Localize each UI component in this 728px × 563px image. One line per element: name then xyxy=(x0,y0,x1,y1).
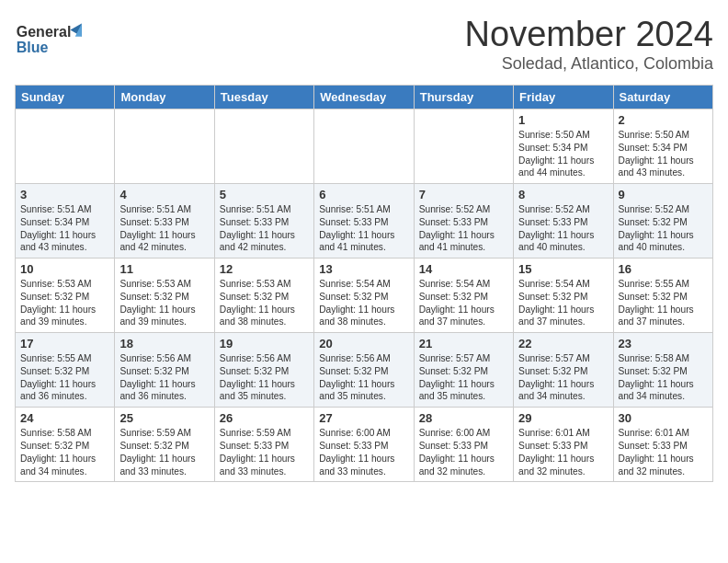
calendar-cell: 10Sunrise: 5:53 AM Sunset: 5:32 PM Dayli… xyxy=(16,259,115,333)
calendar-cell: 18Sunrise: 5:56 AM Sunset: 5:32 PM Dayli… xyxy=(115,333,214,408)
calendar-cell: 7Sunrise: 5:52 AM Sunset: 5:33 PM Daylig… xyxy=(414,184,513,259)
day-number: 15 xyxy=(518,262,608,276)
calendar-cell: 23Sunrise: 5:58 AM Sunset: 5:32 PM Dayli… xyxy=(613,333,712,408)
day-number: 9 xyxy=(619,188,708,201)
logo: General Blue xyxy=(15,15,88,61)
day-number: 2 xyxy=(619,113,708,127)
svg-text:General: General xyxy=(17,24,72,40)
cell-text: Sunrise: 5:55 AM Sunset: 5:32 PM Dayligh… xyxy=(619,278,708,328)
day-number: 24 xyxy=(20,411,109,425)
cell-text: Sunrise: 5:51 AM Sunset: 5:33 PM Dayligh… xyxy=(119,203,209,254)
day-number: 26 xyxy=(220,411,309,425)
cell-text: Sunrise: 5:50 AM Sunset: 5:34 PM Dayligh… xyxy=(619,129,708,179)
cell-text: Sunrise: 5:52 AM Sunset: 5:33 PM Dayligh… xyxy=(518,203,608,254)
weekday-header-thursday: Thursday xyxy=(414,86,513,109)
cell-text: Sunrise: 5:56 AM Sunset: 5:32 PM Dayligh… xyxy=(220,352,309,403)
cell-text: Sunrise: 5:52 AM Sunset: 5:33 PM Dayligh… xyxy=(419,203,508,254)
day-number: 4 xyxy=(119,188,209,201)
cell-text: Sunrise: 5:54 AM Sunset: 5:32 PM Dayligh… xyxy=(419,278,508,328)
calendar-cell: 5Sunrise: 5:51 AM Sunset: 5:33 PM Daylig… xyxy=(214,184,313,259)
day-number: 6 xyxy=(319,188,408,201)
weekday-header-saturday: Saturday xyxy=(613,86,712,109)
day-number: 7 xyxy=(419,188,508,201)
cell-text: Sunrise: 5:53 AM Sunset: 5:32 PM Dayligh… xyxy=(119,278,209,328)
day-number: 21 xyxy=(419,337,508,350)
weekday-header-monday: Monday xyxy=(115,86,214,109)
cell-text: Sunrise: 5:53 AM Sunset: 5:32 PM Dayligh… xyxy=(220,278,309,328)
cell-text: Sunrise: 5:50 AM Sunset: 5:34 PM Dayligh… xyxy=(518,129,608,179)
calendar-table: SundayMondayTuesdayWednesdayThursdayFrid… xyxy=(15,85,713,482)
day-number: 13 xyxy=(319,262,408,276)
day-number: 16 xyxy=(619,262,708,276)
cell-text: Sunrise: 5:51 AM Sunset: 5:33 PM Dayligh… xyxy=(220,203,309,254)
logo-svg: General Blue xyxy=(15,15,88,61)
calendar-cell: 28Sunrise: 6:00 AM Sunset: 5:33 PM Dayli… xyxy=(414,408,513,482)
calendar-cell: 21Sunrise: 5:57 AM Sunset: 5:32 PM Dayli… xyxy=(414,333,513,408)
cell-text: Sunrise: 5:59 AM Sunset: 5:32 PM Dayligh… xyxy=(119,427,209,477)
calendar-cell: 4Sunrise: 5:51 AM Sunset: 5:33 PM Daylig… xyxy=(115,184,214,259)
calendar-cell: 30Sunrise: 6:01 AM Sunset: 5:33 PM Dayli… xyxy=(613,408,712,482)
cell-text: Sunrise: 6:00 AM Sunset: 5:33 PM Dayligh… xyxy=(319,427,408,477)
calendar-cell xyxy=(314,109,414,184)
calendar-cell: 20Sunrise: 5:56 AM Sunset: 5:32 PM Dayli… xyxy=(314,333,414,408)
calendar-cell xyxy=(414,109,513,184)
calendar-cell: 13Sunrise: 5:54 AM Sunset: 5:32 PM Dayli… xyxy=(314,259,414,333)
cell-text: Sunrise: 6:00 AM Sunset: 5:33 PM Dayligh… xyxy=(419,427,508,477)
calendar-cell: 3Sunrise: 5:51 AM Sunset: 5:34 PM Daylig… xyxy=(16,184,115,259)
day-number: 27 xyxy=(319,411,408,425)
week-row-5: 24Sunrise: 5:58 AM Sunset: 5:32 PM Dayli… xyxy=(16,408,713,482)
calendar-cell: 27Sunrise: 6:00 AM Sunset: 5:33 PM Dayli… xyxy=(314,408,414,482)
location-title: Soledad, Atlantico, Colombia xyxy=(465,54,713,74)
day-number: 28 xyxy=(419,411,508,425)
weekday-header-row: SundayMondayTuesdayWednesdayThursdayFrid… xyxy=(16,86,713,109)
day-number: 10 xyxy=(20,262,109,276)
cell-text: Sunrise: 6:01 AM Sunset: 5:33 PM Dayligh… xyxy=(619,427,708,477)
cell-text: Sunrise: 5:57 AM Sunset: 5:32 PM Dayligh… xyxy=(518,352,608,403)
cell-text: Sunrise: 5:59 AM Sunset: 5:33 PM Dayligh… xyxy=(220,427,309,477)
calendar-cell: 29Sunrise: 6:01 AM Sunset: 5:33 PM Dayli… xyxy=(514,408,613,482)
day-number: 3 xyxy=(20,188,109,201)
cell-text: Sunrise: 5:58 AM Sunset: 5:32 PM Dayligh… xyxy=(619,352,708,403)
weekday-header-tuesday: Tuesday xyxy=(214,86,313,109)
svg-text:Blue: Blue xyxy=(17,40,49,55)
cell-text: Sunrise: 5:52 AM Sunset: 5:32 PM Dayligh… xyxy=(619,203,708,254)
calendar-cell xyxy=(214,109,313,184)
calendar-cell xyxy=(115,109,214,184)
cell-text: Sunrise: 5:56 AM Sunset: 5:32 PM Dayligh… xyxy=(119,352,209,403)
page-header: General Blue November 2024 Soledad, Atla… xyxy=(15,15,713,74)
calendar-cell: 12Sunrise: 5:53 AM Sunset: 5:32 PM Dayli… xyxy=(214,259,313,333)
calendar-cell: 1Sunrise: 5:50 AM Sunset: 5:34 PM Daylig… xyxy=(514,109,613,184)
calendar-cell: 2Sunrise: 5:50 AM Sunset: 5:34 PM Daylig… xyxy=(613,109,712,184)
calendar-cell: 15Sunrise: 5:54 AM Sunset: 5:32 PM Dayli… xyxy=(514,259,613,333)
weekday-header-friday: Friday xyxy=(514,86,613,109)
calendar-cell xyxy=(16,109,115,184)
day-number: 25 xyxy=(119,411,209,425)
day-number: 19 xyxy=(220,337,309,350)
cell-text: Sunrise: 5:55 AM Sunset: 5:32 PM Dayligh… xyxy=(20,352,109,403)
cell-text: Sunrise: 5:54 AM Sunset: 5:32 PM Dayligh… xyxy=(319,278,408,328)
day-number: 12 xyxy=(220,262,309,276)
calendar-cell: 8Sunrise: 5:52 AM Sunset: 5:33 PM Daylig… xyxy=(514,184,613,259)
day-number: 1 xyxy=(518,113,608,127)
calendar-cell: 19Sunrise: 5:56 AM Sunset: 5:32 PM Dayli… xyxy=(214,333,313,408)
day-number: 29 xyxy=(518,411,608,425)
day-number: 18 xyxy=(119,337,209,350)
calendar-cell: 11Sunrise: 5:53 AM Sunset: 5:32 PM Dayli… xyxy=(115,259,214,333)
week-row-2: 3Sunrise: 5:51 AM Sunset: 5:34 PM Daylig… xyxy=(16,184,713,259)
calendar-cell: 16Sunrise: 5:55 AM Sunset: 5:32 PM Dayli… xyxy=(613,259,712,333)
cell-text: Sunrise: 6:01 AM Sunset: 5:33 PM Dayligh… xyxy=(518,427,608,477)
calendar-cell: 17Sunrise: 5:55 AM Sunset: 5:32 PM Dayli… xyxy=(16,333,115,408)
cell-text: Sunrise: 5:57 AM Sunset: 5:32 PM Dayligh… xyxy=(419,352,508,403)
day-number: 8 xyxy=(518,188,608,201)
day-number: 22 xyxy=(518,337,608,350)
calendar-cell: 6Sunrise: 5:51 AM Sunset: 5:33 PM Daylig… xyxy=(314,184,414,259)
day-number: 11 xyxy=(119,262,209,276)
day-number: 14 xyxy=(419,262,508,276)
day-number: 20 xyxy=(319,337,408,350)
cell-text: Sunrise: 5:53 AM Sunset: 5:32 PM Dayligh… xyxy=(20,278,109,328)
day-number: 5 xyxy=(220,188,309,201)
calendar-cell: 26Sunrise: 5:59 AM Sunset: 5:33 PM Dayli… xyxy=(214,408,313,482)
day-number: 17 xyxy=(20,337,109,350)
weekday-header-wednesday: Wednesday xyxy=(314,86,414,109)
calendar-cell: 22Sunrise: 5:57 AM Sunset: 5:32 PM Dayli… xyxy=(514,333,613,408)
